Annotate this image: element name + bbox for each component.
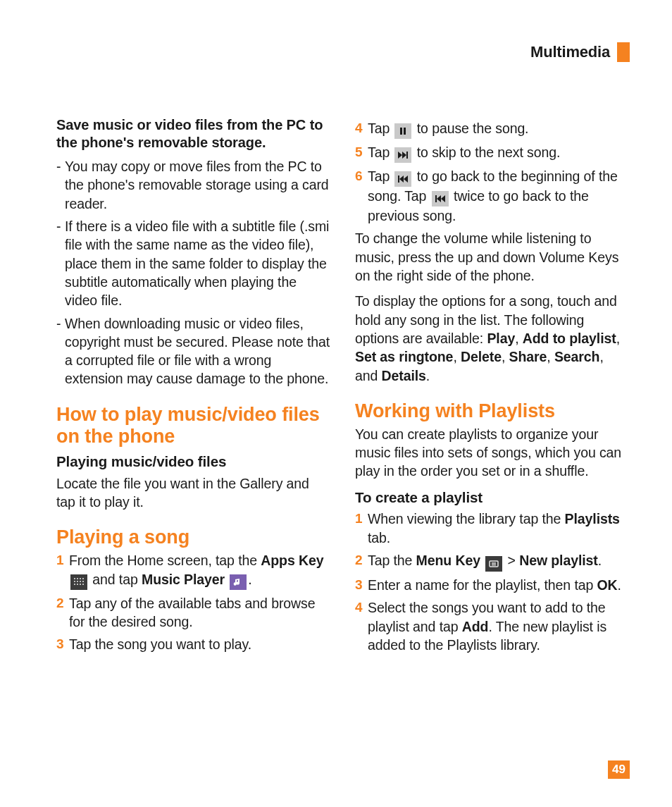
list-item: 1 From the Home screen, tap the Apps Key… (56, 551, 331, 589)
svg-rect-10 (80, 584, 81, 585)
numbered-list: 1 When viewing the library tap the Playl… (355, 510, 630, 654)
numbered-list: 4 Tap to pause the song. 5 Tap to skip t… (355, 119, 630, 225)
list-item: - You may copy or move files from the PC… (56, 157, 331, 213)
svg-marker-15 (402, 152, 406, 159)
svg-rect-6 (80, 581, 81, 582)
list-item: 4 Tap to pause the song. (355, 119, 630, 139)
page-header: Multimedia (530, 42, 630, 62)
intro-heading: Save music or video files from the PC to… (56, 116, 331, 152)
page-number: 49 (608, 760, 630, 779)
svg-rect-8 (74, 584, 75, 585)
header-title: Multimedia (530, 43, 610, 61)
paragraph-options: To display the options for a song, touch… (355, 292, 630, 385)
list-item: - When downloading music or video files,… (56, 314, 331, 388)
svg-marker-21 (437, 195, 441, 202)
svg-rect-4 (74, 581, 75, 582)
svg-rect-0 (74, 578, 75, 579)
svg-rect-17 (398, 175, 399, 183)
list-item: 6 Tap to go back to the beginning of the… (355, 167, 630, 225)
svg-rect-16 (406, 152, 408, 159)
list-item: 5 Tap to skip to the next song. (355, 143, 630, 163)
columns: Save music or video files from the PC to… (56, 116, 630, 658)
next-icon (394, 147, 411, 163)
svg-rect-5 (77, 581, 78, 582)
list-item: 2 Tap any of the available tabs and brow… (56, 594, 331, 632)
apps-key-icon (70, 574, 87, 590)
svg-rect-23 (490, 561, 498, 567)
svg-rect-7 (82, 581, 84, 582)
svg-rect-2 (80, 578, 81, 579)
svg-marker-19 (404, 175, 408, 183)
list-item: 4 Select the songs you want to add to th… (355, 598, 630, 654)
list-item: - If there is a video file with a subtit… (56, 217, 331, 310)
sub-heading: To create a playlist (355, 488, 630, 507)
svg-marker-14 (398, 152, 402, 159)
svg-marker-18 (399, 175, 404, 183)
previous-icon (394, 171, 411, 187)
section-heading: How to play music/video files on the pho… (56, 404, 331, 448)
svg-rect-12 (400, 128, 402, 135)
paragraph: To change the volume while listening to … (355, 229, 630, 285)
section-heading: Working with Playlists (355, 400, 630, 422)
manual-page: Multimedia Save music or video files fro… (0, 0, 672, 807)
paragraph: Locate the file you want in the Gallery … (56, 474, 331, 512)
previous-icon (432, 191, 449, 207)
list-item: 1 When viewing the library tap the Playl… (355, 510, 630, 547)
menu-key-icon (485, 556, 502, 572)
music-player-icon (230, 574, 247, 590)
sub-heading: Playing music/video files (56, 452, 331, 472)
numbered-list: 1 From the Home screen, tap the Apps Key… (56, 551, 331, 653)
paragraph: You can create playlists to organize you… (355, 425, 630, 481)
svg-rect-13 (404, 128, 406, 135)
dash-list: - You may copy or move files from the PC… (56, 157, 331, 388)
list-item: 3 Enter a name for the playlist, then ta… (355, 576, 630, 594)
right-column: 4 Tap to pause the song. 5 Tap to skip t… (355, 116, 630, 658)
svg-rect-11 (82, 584, 84, 585)
svg-rect-9 (77, 584, 78, 585)
section-heading: Playing a song (56, 526, 331, 548)
header-accent (617, 42, 630, 62)
svg-rect-20 (435, 195, 437, 202)
svg-marker-22 (441, 195, 445, 202)
svg-rect-1 (77, 578, 78, 579)
pause-icon (394, 123, 411, 139)
list-item: 3 Tap the song you want to play. (56, 635, 331, 653)
list-item: 2 Tap the Menu Key > New playlist. (355, 551, 630, 572)
left-column: Save music or video files from the PC to… (56, 116, 331, 658)
svg-rect-3 (82, 578, 84, 579)
